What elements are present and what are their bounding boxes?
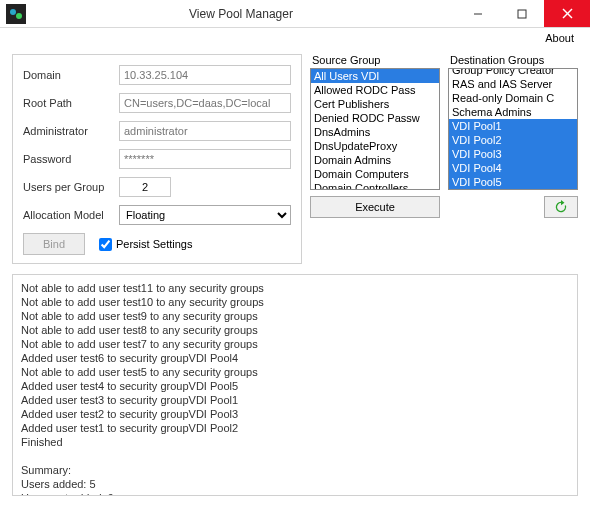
label-users-per-group: Users per Group (23, 181, 119, 193)
list-item[interactable]: Allowed RODC Pass (311, 83, 439, 97)
maximize-button[interactable] (500, 0, 544, 27)
destination-groups-column: Destination Groups Domain UsersEnterpris… (448, 54, 578, 264)
list-item[interactable]: All Users VDI (311, 69, 439, 83)
list-item[interactable]: VDI Pool4 (449, 161, 577, 175)
list-item[interactable]: VDI Pool5 (449, 175, 577, 189)
list-item[interactable]: Group Policy Creator (449, 68, 577, 77)
persist-label: Persist Settings (116, 238, 192, 250)
list-item[interactable]: VDI Pool1 (449, 119, 577, 133)
bind-button[interactable]: Bind (23, 233, 85, 255)
refresh-icon (554, 200, 568, 214)
list-item[interactable]: Domain Admins (311, 153, 439, 167)
list-item[interactable]: Cert Publishers (311, 97, 439, 111)
password-input[interactable] (119, 149, 291, 169)
label-allocation-model: Allocation Model (23, 209, 119, 221)
list-item[interactable]: VDI Pool3 (449, 147, 577, 161)
list-item[interactable]: Read-only Domain C (449, 91, 577, 105)
output-log[interactable]: Not able to add user test11 to any secur… (12, 274, 578, 496)
connection-form: Domain Root Path Administrator Password … (12, 54, 302, 264)
list-item[interactable]: RAS and IAS Server (449, 77, 577, 91)
content-area: Domain Root Path Administrator Password … (0, 48, 590, 506)
menu-about[interactable]: About (541, 30, 578, 46)
app-icon (6, 4, 26, 24)
top-area: Domain Root Path Administrator Password … (12, 54, 578, 264)
users-per-group-input[interactable] (119, 177, 171, 197)
svg-point-0 (10, 9, 16, 15)
list-item[interactable]: Domain Computers (311, 167, 439, 181)
list-item[interactable]: DnsUpdateProxy (311, 139, 439, 153)
label-administrator: Administrator (23, 125, 119, 137)
root-path-input[interactable] (119, 93, 291, 113)
window-title: View Pool Manager (26, 7, 456, 21)
label-root-path: Root Path (23, 97, 119, 109)
minimize-button[interactable] (456, 0, 500, 27)
list-item[interactable]: DnsAdmins (311, 125, 439, 139)
source-group-column: Source Group All Users VDIAllowed RODC P… (310, 54, 440, 264)
label-domain: Domain (23, 69, 119, 81)
source-group-listbox[interactable]: All Users VDIAllowed RODC PassCert Publi… (310, 68, 440, 190)
titlebar: View Pool Manager (0, 0, 590, 28)
persist-checkbox-input[interactable] (99, 238, 112, 251)
group-lists: Source Group All Users VDIAllowed RODC P… (310, 54, 578, 264)
administrator-input[interactable] (119, 121, 291, 141)
list-item[interactable]: Schema Admins (449, 105, 577, 119)
persist-settings-checkbox[interactable]: Persist Settings (99, 238, 192, 251)
label-password: Password (23, 153, 119, 165)
source-group-label: Source Group (310, 54, 440, 66)
list-item[interactable]: Domain Controllers (311, 181, 439, 190)
svg-rect-3 (518, 10, 526, 18)
window-controls (456, 0, 590, 27)
domain-input[interactable] (119, 65, 291, 85)
menubar: About (0, 28, 590, 48)
destination-groups-listbox[interactable]: Domain UsersEnterprise AdminsEnterprise … (448, 68, 578, 190)
svg-point-1 (16, 13, 22, 19)
refresh-button[interactable] (544, 196, 578, 218)
list-item[interactable]: VDI Pool2 (449, 133, 577, 147)
allocation-model-select[interactable]: Floating (119, 205, 291, 225)
close-button[interactable] (544, 0, 590, 27)
destination-groups-label: Destination Groups (448, 54, 578, 66)
execute-button[interactable]: Execute (310, 196, 440, 218)
list-item[interactable]: Denied RODC Passw (311, 111, 439, 125)
